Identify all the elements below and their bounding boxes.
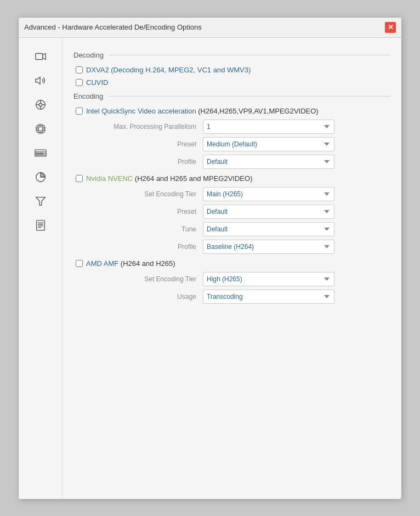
amd-label-suffix: (H264 and H265) bbox=[118, 259, 175, 268]
sidebar: DASH bbox=[19, 38, 63, 499]
nvidia-profile-label: Profile bbox=[93, 243, 203, 251]
video-icon[interactable] bbox=[30, 47, 52, 66]
main-content: DASH bbox=[19, 38, 401, 499]
svg-rect-9 bbox=[37, 125, 44, 132]
svg-marker-1 bbox=[42, 53, 46, 59]
nvidia-profile-select[interactable]: Baseline (H264) Main (H264) High (H264) … bbox=[203, 240, 334, 254]
intel-label-color: Intel QuickSync Video acceleration bbox=[86, 107, 196, 115]
intel-profile-select[interactable]: Default Baseline Main High bbox=[203, 155, 334, 169]
parallelism-label: Max. Processing Parallelism bbox=[93, 123, 203, 131]
svg-marker-2 bbox=[35, 77, 39, 84]
amd-checkbox[interactable] bbox=[76, 260, 83, 267]
intel-profile-label: Profile bbox=[93, 158, 203, 166]
main-window: Advanced - Hardware Accelerated De/Encod… bbox=[18, 17, 402, 500]
nvidia-tier-row: Set Encoding Tier Main (H265) High (H265… bbox=[82, 187, 390, 201]
svg-rect-10 bbox=[38, 127, 42, 131]
chip-icon[interactable] bbox=[30, 119, 52, 139]
intel-preset-label: Preset bbox=[93, 140, 203, 148]
nvidia-tune-row: Tune Default HQ LL ULL bbox=[82, 222, 390, 236]
intel-checkbox[interactable] bbox=[76, 107, 83, 115]
audio-icon[interactable] bbox=[30, 71, 52, 90]
dash-icon[interactable]: DASH bbox=[30, 143, 52, 163]
cuvid-label: CUVID bbox=[86, 78, 108, 87]
intel-preset-select[interactable]: Medium (Default) Fast Slow bbox=[203, 137, 334, 151]
nvidia-preset-label: Preset bbox=[93, 208, 203, 216]
parallelism-select[interactable]: 1 2 4 8 bbox=[203, 120, 334, 134]
amd-usage-row: Usage Transcoding Ultralowlatency Lowlat… bbox=[82, 290, 390, 304]
dxva2-checkbox[interactable] bbox=[76, 66, 83, 73]
amd-row: AMD AMF (H264 and H265) bbox=[73, 259, 390, 268]
cuvid-row: CUVID bbox=[73, 78, 390, 87]
intel-preset-row: Preset Medium (Default) Fast Slow bbox=[82, 137, 390, 151]
decoding-label: Decoding bbox=[73, 51, 104, 59]
nvidia-checkbox[interactable] bbox=[76, 175, 83, 182]
amd-fields: Set Encoding Tier High (H265) Main (H265… bbox=[82, 272, 390, 304]
amd-tier-row: Set Encoding Tier High (H265) Main (H265… bbox=[82, 272, 390, 286]
nvidia-fields: Set Encoding Tier Main (H265) High (H265… bbox=[82, 187, 390, 254]
document-icon[interactable] bbox=[30, 216, 52, 235]
svg-rect-30 bbox=[36, 220, 44, 230]
amd-tier-select[interactable]: High (H265) Main (H265) Baseline (H264) … bbox=[203, 272, 334, 286]
close-button[interactable]: ✕ bbox=[385, 22, 396, 33]
intel-profile-row: Profile Default Baseline Main High bbox=[82, 155, 390, 169]
svg-marker-29 bbox=[36, 197, 45, 205]
content-area: Decoding DXVA2 (Decoding H.264, MPEG2, V… bbox=[63, 38, 401, 499]
nvidia-tier-select[interactable]: Main (H265) High (H265) Baseline (H264) … bbox=[203, 187, 334, 201]
filter-wheel-icon[interactable] bbox=[30, 95, 52, 115]
nvidia-label-color: Nvidia NVENC bbox=[86, 174, 133, 183]
window-title: Advanced - Hardware Accelerated De/Encod… bbox=[24, 23, 202, 31]
svg-point-4 bbox=[39, 103, 42, 106]
cuvid-checkbox[interactable] bbox=[76, 79, 83, 86]
intel-label-suffix: (H264,H265,VP9,AV1,MPEG2VIDEO) bbox=[196, 107, 319, 115]
dxva2-label: DXVA2 (Decoding H.264, MPEG2, VC1 and WM… bbox=[86, 66, 251, 74]
funnel-icon[interactable] bbox=[30, 191, 52, 211]
amd-label-color: AMD AMF bbox=[86, 259, 118, 268]
nvidia-tier-label: Set Encoding Tier bbox=[93, 190, 203, 198]
amd-label: AMD AMF (H264 and H265) bbox=[86, 259, 175, 268]
nvidia-preset-row: Preset Default Fast Medium Slow bbox=[82, 205, 390, 219]
pie-icon[interactable] bbox=[30, 167, 52, 187]
amd-usage-select[interactable]: Transcoding Ultralowlatency Lowlatency W… bbox=[203, 290, 334, 304]
nvidia-preset-select[interactable]: Default Fast Medium Slow bbox=[203, 205, 334, 219]
encoding-section-header: Encoding bbox=[73, 92, 390, 100]
nvidia-label: Nvidia NVENC (H264 and H265 and MPEG2VID… bbox=[86, 174, 252, 183]
nvidia-label-suffix: (H264 and H265 and MPEG2VIDEO) bbox=[133, 174, 252, 183]
nvidia-tune-select[interactable]: Default HQ LL ULL bbox=[203, 222, 334, 236]
nvidia-tune-label: Tune bbox=[93, 225, 203, 233]
amd-usage-label: Usage bbox=[93, 293, 203, 300]
intel-fields: Max. Processing Parallelism 1 2 4 8 Pres… bbox=[82, 120, 390, 169]
decoding-section-header: Decoding bbox=[73, 51, 390, 59]
svg-rect-0 bbox=[35, 53, 42, 59]
parallelism-row: Max. Processing Parallelism 1 2 4 8 bbox=[82, 120, 390, 134]
intel-label: Intel QuickSync Video acceleration (H264… bbox=[86, 107, 319, 115]
nvidia-row: Nvidia NVENC (H264 and H265 and MPEG2VID… bbox=[73, 174, 390, 183]
encoding-label: Encoding bbox=[73, 92, 103, 100]
encoding-divider bbox=[109, 96, 390, 97]
intel-row: Intel QuickSync Video acceleration (H264… bbox=[73, 107, 390, 115]
nvidia-profile-row: Profile Baseline (H264) Main (H264) High… bbox=[82, 240, 390, 254]
decoding-divider bbox=[109, 55, 390, 55]
amd-tier-label: Set Encoding Tier bbox=[93, 275, 203, 283]
titlebar: Advanced - Hardware Accelerated De/Encod… bbox=[19, 18, 401, 38]
dxva2-row: DXVA2 (Decoding H.264, MPEG2, VC1 and WM… bbox=[73, 66, 390, 74]
